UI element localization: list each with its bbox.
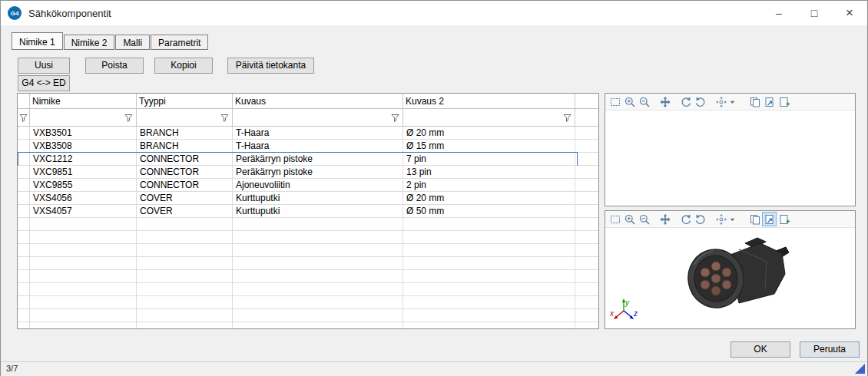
empty-cell [403,283,575,295]
ok-button[interactable]: OK [731,341,790,358]
table-row[interactable]: VXS4056 COVER Kurttuputki Ø 20 mm [18,192,598,205]
pan-icon[interactable] [658,212,672,226]
copy-button[interactable]: Kopioi [154,58,213,74]
table-row[interactable]: VXB3508 BRANCH T-Haara Ø 15 mm [18,140,598,153]
tab-malli[interactable]: Malli [115,35,150,50]
empty-cell [18,218,30,230]
preview-3d-viewport[interactable]: x y z [605,228,855,328]
export-view-icon[interactable] [777,212,791,226]
rotate-cw-icon[interactable] [693,94,707,109]
capture-view-icon[interactable] [762,212,777,226]
resize-grip-icon[interactable] [855,364,865,374]
empty-cell [18,257,30,269]
app-icon-label: G4 [11,10,19,17]
row-header-cell [18,192,30,204]
chevron-down-icon[interactable] [728,94,737,109]
filter-cell-nimike[interactable] [30,109,137,126]
title-bar[interactable]: G4 Sähkökomponentit – □ × [1,1,867,25]
empty-cell [137,270,233,282]
zoom-in-icon[interactable] [622,212,637,226]
close-button[interactable]: × [832,1,867,25]
tab-nimike-2[interactable]: Nimike 2 [64,35,115,50]
column-header-kuvaus2[interactable]: Kuvaus 2 [403,94,575,108]
copy-view-icon[interactable] [747,94,762,109]
cell-kuvaus2: Ø 20 mm [403,127,575,139]
column-header-tyyppi[interactable]: Tyyppi [137,94,233,108]
preview-toolbar-bottom [605,211,855,228]
orientation-icon[interactable] [714,94,728,109]
empty-cell [30,309,137,322]
empty-cell [403,270,575,282]
empty-cell [575,257,598,269]
components-table: Nimike Tyyppi Kuvaus Kuvaus 2 [17,93,599,329]
empty-cell [137,257,233,269]
update-database-button[interactable]: Päivitä tietokanta [227,58,314,74]
empty-cell [233,257,403,269]
cell-nimike: VXC1212 [30,153,137,165]
empty-cell [575,244,598,256]
rotate-cw-icon[interactable] [693,212,707,226]
rotate-ccw-icon[interactable] [678,94,693,109]
cell-nimike: VXC9851 [30,166,137,178]
cancel-button[interactable]: Peruuta [800,341,860,358]
zoom-window-icon[interactable] [608,94,622,109]
zoom-out-icon[interactable] [637,94,651,109]
empty-cell [137,218,233,230]
cell-kuvaus2: 7 pin [403,153,575,165]
filter-cell-rowheader[interactable] [18,109,30,126]
export-view-icon[interactable] [777,94,791,109]
grid-empty-rows [18,218,598,329]
cell-nimike: VXB3508 [30,140,137,152]
empty-cell [30,231,137,243]
cell-kuvaus: T-Haara [233,127,403,139]
table-row[interactable]: VXC9851 CONNECTOR Peräkärryn pistoke 13 … [18,166,598,179]
tab-nimike-1[interactable]: Nimike 1 [12,32,63,50]
column-header-kuvaus[interactable]: Kuvaus [233,94,403,108]
cell-kuvaus2: Ø 15 mm [403,140,575,152]
empty-cell [403,244,575,256]
cell-kuvaus2: Ø 50 mm [403,205,575,217]
minimize-button[interactable]: – [761,1,797,25]
new-button[interactable]: Uusi [18,58,70,74]
pan-icon[interactable] [658,94,672,109]
window-controls: – □ × [761,1,867,25]
rotate-ccw-icon[interactable] [678,212,693,226]
zoom-in-icon[interactable] [622,94,637,109]
empty-cell [30,283,137,295]
filler-cell [575,205,598,217]
close-icon: × [846,5,853,21]
delete-button[interactable]: Poista [85,58,144,74]
column-header-nimike[interactable]: Nimike [30,94,137,108]
empty-cell [403,231,575,243]
table-row[interactable]: VXC9855 CONNECTOR Ajoneuvoliitin 2 pin [18,179,598,192]
empty-cell [403,309,575,322]
tab-parametrit[interactable]: Parametrit [151,35,208,50]
empty-cell [137,322,233,329]
zoom-window-icon[interactable] [608,212,622,226]
table-row-selected[interactable]: VXC1212 CONNECTOR Peräkärryn pistoke 7 p… [18,153,598,166]
filler-cell [575,127,598,139]
orientation-icon[interactable] [714,212,728,226]
filter-funnel-icon [562,113,572,123]
zoom-out-icon[interactable] [637,212,651,226]
empty-cell [403,296,575,308]
filter-cell-kuvaus[interactable] [233,109,403,126]
filter-cell-kuvaus2[interactable] [403,109,575,126]
cell-kuvaus2: 13 pin [403,166,575,178]
table-row[interactable]: VXB3501 BRANCH T-Haara Ø 20 mm [18,127,598,140]
chevron-down-icon[interactable] [728,212,737,226]
copy-view-icon[interactable] [747,212,762,226]
cell-tyyppi: COVER [137,205,233,217]
filter-cell-tyyppi[interactable] [137,109,233,126]
preview-2d-viewport[interactable] [605,110,855,206]
empty-row [18,218,598,231]
table-row[interactable]: VXS4057 COVER Kurttuputki Ø 50 mm [18,205,598,218]
cell-nimike: VXB3501 [30,127,137,139]
maximize-button[interactable]: □ [797,1,832,25]
capture-view-icon[interactable] [762,94,777,109]
g4-ed-button[interactable]: G4 <-> ED [18,75,70,91]
empty-cell [18,270,30,282]
empty-cell [575,231,598,243]
empty-cell [30,244,137,256]
empty-cell [18,322,30,329]
